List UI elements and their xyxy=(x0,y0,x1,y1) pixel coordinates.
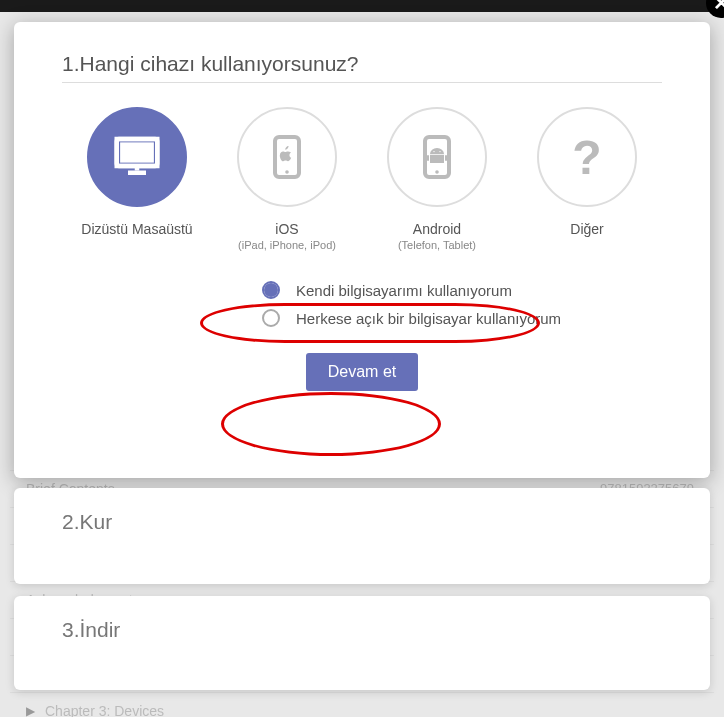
device-other[interactable]: ? Diğer xyxy=(512,107,662,251)
radio-own-computer[interactable]: Kendi bilgisayarımı kullanıyorum xyxy=(262,281,512,299)
bg-row: ▶Chapter 3: Devices xyxy=(10,692,714,717)
device-selection-modal: 1.Hangi cihazı kullanıyorsunuz? Dizüstü … xyxy=(14,22,710,478)
question-icon: ? xyxy=(537,107,637,207)
device-sublabel: (Telefon, Tablet) xyxy=(398,239,476,251)
device-android[interactable]: Android (Telefon, Tablet) xyxy=(362,107,512,251)
device-label: iOS xyxy=(275,221,298,237)
step-3-card[interactable]: 3.İndir xyxy=(14,596,710,690)
svg-rect-12 xyxy=(427,155,429,161)
monitor-icon xyxy=(87,107,187,207)
svg-rect-13 xyxy=(445,155,447,161)
modal-title: 1.Hangi cihazı kullanıyorsunuz? xyxy=(62,52,662,76)
device-label: Dizüstü Masaüstü xyxy=(81,221,192,237)
step-2-title: 2.Kur xyxy=(62,510,662,534)
apple-tablet-icon xyxy=(237,107,337,207)
device-label: Android xyxy=(413,221,461,237)
close-icon: ✕ xyxy=(713,0,725,15)
radio-icon xyxy=(262,281,280,299)
window-topbar xyxy=(0,0,724,12)
android-tablet-icon xyxy=(387,107,487,207)
divider xyxy=(62,82,662,83)
svg-rect-11 xyxy=(430,155,444,163)
device-desktop[interactable]: Dizüstü Masaüstü xyxy=(62,107,212,251)
step-2-card[interactable]: 2.Kur xyxy=(14,488,710,584)
svg-point-9 xyxy=(433,151,434,152)
svg-point-6 xyxy=(285,170,289,174)
radio-public-computer[interactable]: Herkese açık bir bilgisayar kullanıyorum xyxy=(262,309,561,327)
svg-point-8 xyxy=(435,170,439,174)
device-sublabel: (iPad, iPhone, iPod) xyxy=(238,239,336,251)
svg-point-10 xyxy=(439,151,440,152)
continue-wrap: Devam et xyxy=(62,353,662,391)
device-options: Dizüstü Masaüstü iOS (iPad, iPhone, iPod… xyxy=(62,107,662,251)
device-label: Diğer xyxy=(570,221,603,237)
radio-icon xyxy=(262,309,280,327)
svg-rect-4 xyxy=(128,171,146,176)
device-ios[interactable]: iOS (iPad, iPhone, iPod) xyxy=(212,107,362,251)
close-button[interactable]: ✕ xyxy=(706,0,724,18)
radio-label: Kendi bilgisayarımı kullanıyorum xyxy=(296,282,512,299)
svg-rect-3 xyxy=(135,166,140,171)
radio-label: Herkese açık bir bilgisayar kullanıyorum xyxy=(296,310,561,327)
ownership-radios: Kendi bilgisayarımı kullanıyorum Herkese… xyxy=(262,281,662,327)
step-3-title: 3.İndir xyxy=(62,618,662,642)
svg-rect-2 xyxy=(120,142,154,162)
continue-button[interactable]: Devam et xyxy=(306,353,418,391)
